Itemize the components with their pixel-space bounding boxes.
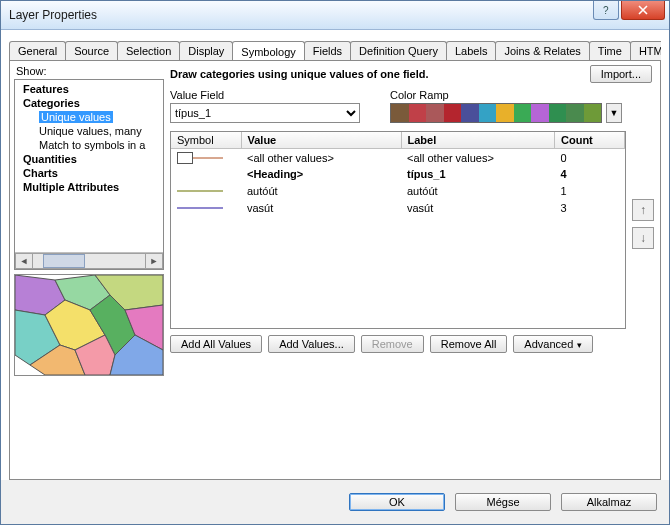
tree-category-item[interactable]: Unique values [19,110,163,124]
count-cell[interactable]: 1 [555,182,625,199]
tab-labels[interactable]: Labels [446,41,496,60]
tab-source[interactable]: Source [65,41,118,60]
label-cell[interactable]: típus_1 [401,166,555,182]
tab-symbology[interactable]: Symbology [232,41,304,61]
count-cell[interactable]: 4 [555,166,625,182]
instruction-text: Draw categories using unique values of o… [170,68,429,80]
remove-button[interactable]: Remove [361,335,424,353]
grid-buttons-row: Add All Values Add Values... Remove Remo… [170,335,656,353]
tab-fields[interactable]: Fields [304,41,351,60]
symbology-preview [14,274,164,376]
close-button[interactable] [621,1,665,20]
tab-display[interactable]: Display [179,41,233,60]
tab-selection[interactable]: Selection [117,41,180,60]
scroll-track[interactable] [33,253,145,269]
value-cell[interactable]: <all other values> [241,149,401,167]
symbol-cell[interactable] [171,199,241,216]
color-ramp-label: Color Ramp [390,89,622,101]
ok-button[interactable]: OK [349,493,445,511]
move-up-button[interactable]: ↑ [632,199,654,221]
tab-definition-query[interactable]: Definition Query [350,41,447,60]
table-row[interactable]: autóútautóút1 [171,182,625,199]
tab-time[interactable]: Time [589,41,631,60]
value-cell[interactable]: vasút [241,199,401,216]
scroll-right-icon[interactable]: ► [145,253,163,269]
scroll-thumb[interactable] [43,254,85,268]
symbology-pane: Show: Features Categories Unique valuesU… [9,61,661,480]
tab-strip: GeneralSourceSelectionDisplaySymbologyFi… [9,38,661,61]
table-row[interactable]: vasútvasút3 [171,199,625,216]
table-row[interactable]: <Heading>típus_14 [171,166,625,182]
fields-row: Value Field típus_1 Color Ramp ▼ [170,89,656,123]
left-column: Features Categories Unique valuesUnique … [14,79,164,475]
value-field-combo[interactable]: típus_1 [170,103,360,123]
label-cell[interactable]: vasút [401,199,555,216]
color-ramp[interactable] [390,103,602,123]
col-label[interactable]: Label [401,132,555,149]
tree-categories[interactable]: Categories [19,96,163,110]
col-value[interactable]: Value [241,132,401,149]
table-row[interactable]: <all other values><all other values>0 [171,149,625,167]
advanced-label: Advanced [524,338,573,350]
symbol-cell[interactable] [171,182,241,199]
value-cell[interactable]: autóút [241,182,401,199]
arrow-down-icon: ↓ [640,231,646,245]
add-all-values-button[interactable]: Add All Values [170,335,262,353]
window-title: Layer Properties [9,8,97,22]
tab-html-popup[interactable]: HTML Popup [630,41,661,60]
advanced-button[interactable]: Advanced▾ [513,335,593,353]
help-button[interactable]: ? [593,1,619,20]
instruction-row: Draw categories using unique values of o… [170,65,656,83]
tree-hscrollbar[interactable]: ◄ ► [15,252,163,269]
client-area: GeneralSourceSelectionDisplaySymbologyFi… [1,30,669,480]
symbol-cell[interactable] [171,166,241,182]
values-grid[interactable]: Symbol Value Label Count <all other valu… [170,131,626,329]
titlebar: Layer Properties ? [1,1,669,30]
move-down-button[interactable]: ↓ [632,227,654,249]
tree-features[interactable]: Features [19,82,163,96]
svg-text:?: ? [603,5,609,15]
col-symbol[interactable]: Symbol [171,132,241,149]
chevron-down-icon: ▾ [577,340,582,350]
values-grid-wrap: Symbol Value Label Count <all other valu… [170,131,626,329]
symbol-cell[interactable] [171,149,241,167]
show-label: Show: [14,65,164,79]
show-tree[interactable]: Features Categories Unique valuesUnique … [14,79,164,270]
right-panel: Draw categories using unique values of o… [170,65,656,475]
value-field-group: Value Field típus_1 [170,89,360,123]
cancel-button[interactable]: Mégse [455,493,551,511]
tab-general[interactable]: General [9,41,66,60]
color-ramp-group: Color Ramp ▼ [390,89,622,123]
tree-category-item[interactable]: Match to symbols in a [19,138,163,152]
dialog-footer: OK Mégse Alkalmaz [1,480,669,524]
scroll-left-icon[interactable]: ◄ [15,253,33,269]
tree-quantities[interactable]: Quantities [19,152,163,166]
value-field-label: Value Field [170,89,360,101]
tree-charts[interactable]: Charts [19,166,163,180]
remove-all-button[interactable]: Remove All [430,335,508,353]
color-ramp-dropdown-icon[interactable]: ▼ [606,103,622,123]
tree-category-item[interactable]: Unique values, many [19,124,163,138]
col-count[interactable]: Count [555,132,625,149]
tree-multiple[interactable]: Multiple Attributes [19,180,163,194]
apply-button[interactable]: Alkalmaz [561,493,657,511]
count-cell[interactable]: 3 [555,199,625,216]
row-order-buttons: ↑ ↓ [632,199,654,249]
window-controls: ? [593,1,665,20]
add-values-button[interactable]: Add Values... [268,335,355,353]
label-cell[interactable]: autóút [401,182,555,199]
preview-map-icon [15,275,163,375]
import-button[interactable]: Import... [590,65,652,83]
tab-joins-relates[interactable]: Joins & Relates [495,41,589,60]
arrow-up-icon: ↑ [640,203,646,217]
layer-properties-window: Layer Properties ? GeneralSourceSelectio… [0,0,670,525]
label-cell[interactable]: <all other values> [401,149,555,167]
value-cell[interactable]: <Heading> [241,166,401,182]
count-cell[interactable]: 0 [555,149,625,167]
